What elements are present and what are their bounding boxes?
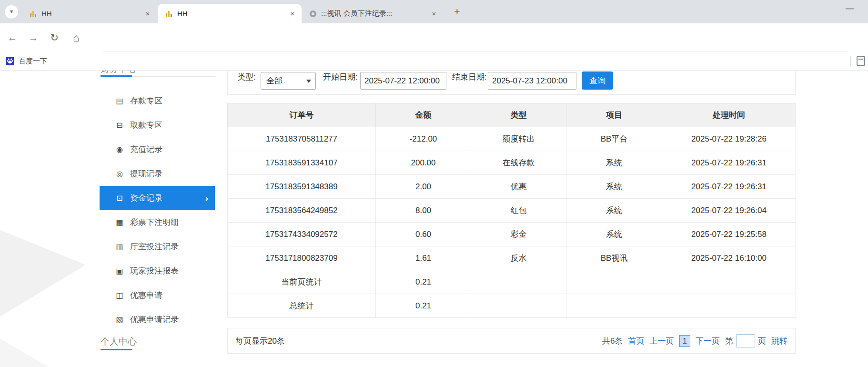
- start-date-input[interactable]: [360, 72, 446, 90]
- decorative-triangle: [0, 330, 62, 367]
- sidebar-item-label: 提现记录: [130, 168, 162, 179]
- chevron-right-icon: ›: [205, 193, 208, 204]
- cell-amount: -212.00: [376, 127, 471, 151]
- table-row: 1753183705811277 -212.00 额度转出 BB平台 2025-…: [228, 127, 796, 151]
- cell-empty: [662, 294, 796, 318]
- cell-order-id: 1753183591348389: [228, 175, 376, 199]
- col-header-type: 类型: [471, 103, 566, 127]
- prev-page-link[interactable]: 上一页: [650, 336, 674, 347]
- start-date-label: 开始日期:: [323, 71, 358, 82]
- cell-summary-label: 总统计: [228, 294, 376, 318]
- lottery-detail-icon: ▦: [114, 218, 125, 227]
- sidebar-item-withdraw-records[interactable]: ◎ 提现记录: [100, 162, 215, 186]
- cell-type: 优惠: [471, 175, 566, 199]
- col-header-project: 项目: [566, 103, 662, 127]
- sidebar-item-label: 优惠申请记录: [130, 314, 179, 325]
- sidebar-menu: ▤ 存款专区 ⊟ 取款专区 ◉ 充值记录 ◎ 提现记录 ⊡ 资金记录: [100, 89, 215, 332]
- tab-search-button[interactable]: ▾: [5, 5, 18, 19]
- new-tab-button[interactable]: +: [451, 5, 464, 18]
- per-page-label: 每页显示20条: [235, 336, 285, 347]
- home-icon[interactable]: ⌂: [69, 31, 83, 45]
- col-header-time: 处理时间: [662, 103, 796, 127]
- cell-amount: 1.61: [376, 246, 471, 270]
- sidebar-item-promo-apply-records[interactable]: ▧ 优惠申请记录: [100, 307, 215, 332]
- cell-amount: 200.00: [376, 151, 471, 175]
- cell-empty: [566, 270, 662, 294]
- video-site-favicon: [309, 10, 317, 18]
- current-page-indicator[interactable]: 1: [679, 335, 690, 347]
- tab-hh-1[interactable]: HH ×: [22, 4, 157, 23]
- table-row: 1753183591348389 2.00 优惠 系统 2025-07-22 1…: [228, 175, 796, 199]
- tab-title: HH: [177, 10, 285, 18]
- sidebar-item-funds-records[interactable]: ⊡ 资金记录 ›: [100, 186, 215, 210]
- sidebar-item-label: 充值记录: [130, 144, 162, 155]
- cell-order-id: 1753183564249852: [228, 199, 376, 223]
- table-row: 1753183564249852 8.00 红包 系统 2025-07-22 1…: [228, 199, 796, 223]
- cell-type: 彩金: [471, 223, 566, 246]
- cell-summary-label: 当前页统计: [228, 270, 376, 294]
- sidebar-item-label: 彩票下注明细: [130, 217, 179, 228]
- tab-title: HH: [41, 10, 141, 18]
- end-date-input[interactable]: [488, 72, 576, 90]
- sidebar-item-withdraw-zone[interactable]: ⊟ 取款专区: [100, 113, 215, 137]
- table-summary-row-page: 当前页统计 0.21: [228, 270, 796, 294]
- close-icon[interactable]: ×: [430, 10, 438, 18]
- sidebar-item-player-bet-report[interactable]: ▣ 玩家投注报表: [100, 259, 215, 283]
- cell-project: BB平台: [566, 127, 662, 151]
- type-select[interactable]: 全部: [261, 72, 316, 90]
- cell-time: 2025-07-22 16:10:00: [662, 246, 796, 270]
- col-header-order-id: 订单号: [228, 103, 376, 127]
- back-icon[interactable]: ←: [5, 31, 20, 45]
- table-row: 1753183591334107 200.00 在线存款 系统 2025-07-…: [228, 151, 796, 175]
- search-button[interactable]: 查询: [582, 71, 613, 90]
- hh-favicon: [165, 10, 173, 18]
- cell-empty: [662, 270, 796, 294]
- cell-time: 2025-07-22 19:28:26: [662, 127, 796, 151]
- sidebar-section-personal: 个人中心: [101, 336, 137, 348]
- sidebar-item-label: 取款专区: [130, 120, 162, 131]
- tab-hh-2-active[interactable]: HH ×: [158, 4, 302, 23]
- side-panel-icon[interactable]: [857, 56, 865, 66]
- bookmark-baidu[interactable]: 百度一下: [6, 55, 47, 67]
- sidebar-item-lottery-bet-details[interactable]: ▦ 彩票下注明细: [100, 210, 215, 234]
- tab-video-records[interactable]: :::视讯 会员下注纪录::: ×: [302, 4, 443, 23]
- cell-project: 系统: [566, 175, 662, 199]
- cell-project: 系统: [566, 151, 662, 175]
- deposit-card-icon: ▤: [114, 96, 125, 105]
- reload-icon[interactable]: ↻: [47, 31, 61, 45]
- sidebar-item-room-bet-records[interactable]: ▥ 厅室投注记录: [100, 234, 215, 259]
- pagination-bar: 每页显示20条 共6条 首页 上一页 1 下一页 第 页 跳转: [227, 328, 796, 354]
- close-icon[interactable]: ×: [143, 10, 152, 18]
- jump-link[interactable]: 跳转: [771, 336, 787, 347]
- funds-records-panel: 类型: 全部 开始日期: 结束日期: 查询 订单号 金额 类型: [227, 71, 796, 367]
- close-icon[interactable]: ×: [288, 10, 297, 18]
- cell-time: 2025-07-22 19:26:31: [662, 151, 796, 175]
- forward-icon[interactable]: →: [26, 31, 40, 45]
- sidebar-section-finance: 财务中心: [101, 71, 137, 75]
- table-header-row: 订单号 金额 类型 项目 处理时间: [228, 103, 796, 127]
- cell-order-id: 1753174334092572: [228, 223, 376, 246]
- report-icon: ▣: [114, 266, 125, 275]
- navigation-bar: ← → ↻ ⌂ mgm1065.com/hhcp/usercenter.html…: [0, 23, 868, 52]
- cell-type: 在线存款: [471, 151, 566, 175]
- pagination-controls: 共6条 首页 上一页 1 下一页 第 页 跳转: [602, 334, 787, 347]
- first-page-link[interactable]: 首页: [628, 336, 645, 347]
- sidebar-item-promo-apply[interactable]: ◫ 优惠申请: [100, 283, 215, 307]
- filter-bar: 类型: 全部 开始日期: 结束日期: 查询: [227, 71, 796, 95]
- next-page-link[interactable]: 下一页: [696, 336, 720, 347]
- table-row: 1753174334092572 0.60 彩金 系统 2025-07-22 1…: [228, 223, 796, 246]
- window-minimize-button[interactable]: —: [846, 4, 854, 13]
- cell-amount: 8.00: [376, 199, 471, 223]
- type-select-value: 全部: [266, 76, 283, 85]
- cell-amount: 2.00: [376, 175, 471, 199]
- cell-type: 反水: [471, 246, 566, 270]
- page-number-input[interactable]: [736, 334, 755, 347]
- total-count-label: 共6条: [602, 336, 623, 347]
- type-filter-label: 类型:: [237, 71, 256, 82]
- baidu-favicon: [6, 57, 14, 65]
- cell-amount: 0.21: [376, 270, 471, 294]
- tab-strip: ▾ HH × HH × :::视讯 会员下注纪录::: × + —: [0, 0, 868, 23]
- cell-amount: 0.60: [376, 223, 471, 246]
- sidebar-item-deposit-zone[interactable]: ▤ 存款专区: [100, 89, 215, 113]
- sidebar-item-recharge-records[interactable]: ◉ 充值记录: [100, 137, 215, 162]
